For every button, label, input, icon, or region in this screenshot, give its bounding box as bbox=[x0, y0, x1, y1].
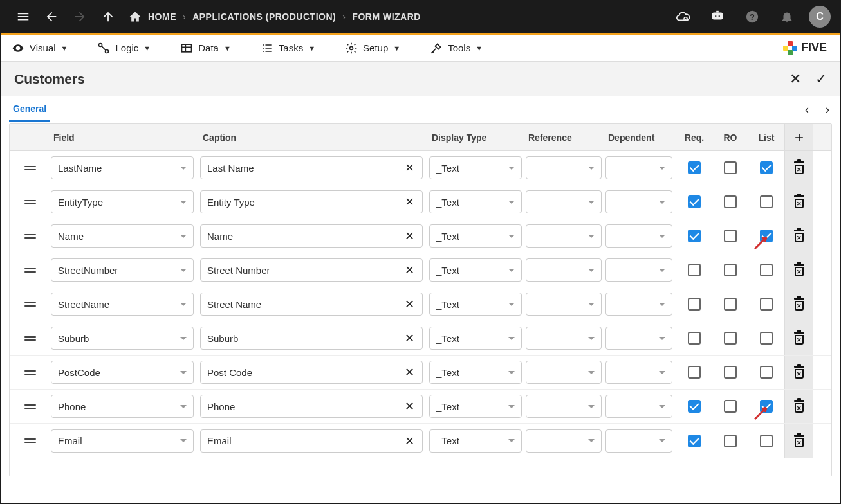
drag-handle-icon[interactable] bbox=[10, 336, 51, 341]
back-icon[interactable] bbox=[39, 4, 64, 30]
delete-row-button[interactable]: ✕ bbox=[784, 151, 813, 184]
field-select[interactable]: PostCode bbox=[51, 361, 194, 384]
caption-input[interactable] bbox=[207, 163, 403, 174]
delete-row-button[interactable]: ✕ bbox=[784, 356, 813, 389]
req-checkbox[interactable] bbox=[688, 161, 701, 174]
reference-select[interactable] bbox=[526, 224, 602, 248]
field-select[interactable]: Name bbox=[51, 224, 194, 248]
dependent-select[interactable] bbox=[605, 395, 672, 418]
req-checkbox[interactable] bbox=[688, 195, 701, 208]
up-icon[interactable] bbox=[95, 4, 121, 30]
caption-input[interactable] bbox=[207, 197, 403, 208]
dependent-select[interactable] bbox=[605, 292, 672, 316]
display-type-select[interactable]: _Text bbox=[429, 156, 522, 179]
delete-row-button[interactable]: ✕ bbox=[784, 219, 813, 253]
field-select[interactable]: StreetNumber bbox=[51, 258, 194, 282]
delete-row-button[interactable]: ✕ bbox=[784, 321, 813, 355]
list-checkbox[interactable] bbox=[760, 400, 773, 413]
display-type-select[interactable]: _Text bbox=[429, 190, 522, 213]
clear-icon[interactable]: ✕ bbox=[403, 331, 416, 345]
display-type-select[interactable]: _Text bbox=[429, 429, 522, 453]
menu-visual[interactable]: Visual▼ bbox=[6, 39, 73, 58]
breadcrumb-home[interactable]: HOME bbox=[148, 12, 176, 22]
field-select[interactable]: Email bbox=[51, 429, 194, 453]
req-checkbox[interactable] bbox=[688, 264, 701, 276]
clear-icon[interactable]: ✕ bbox=[403, 434, 416, 448]
clear-icon[interactable]: ✕ bbox=[403, 297, 416, 311]
drag-handle-icon[interactable] bbox=[10, 370, 51, 375]
list-checkbox[interactable] bbox=[760, 435, 773, 447]
menu-logic[interactable]: Logic▼ bbox=[92, 39, 156, 58]
caption-input[interactable] bbox=[207, 367, 403, 378]
dependent-select[interactable] bbox=[605, 258, 672, 282]
next-tab-icon[interactable]: › bbox=[823, 100, 832, 119]
breadcrumb-form-wizard[interactable]: FORM WIZARD bbox=[352, 12, 421, 22]
req-checkbox[interactable] bbox=[688, 332, 701, 345]
display-type-select[interactable]: _Text bbox=[429, 361, 522, 384]
breadcrumb-applications[interactable]: APPLICATIONS (PRODUCTION) bbox=[192, 12, 336, 22]
chat-icon[interactable] bbox=[705, 4, 730, 30]
reference-select[interactable] bbox=[526, 156, 602, 179]
reference-select[interactable] bbox=[526, 258, 602, 282]
list-checkbox[interactable] bbox=[760, 161, 773, 174]
close-icon[interactable]: ✕ bbox=[790, 71, 801, 87]
cloud-icon[interactable] bbox=[670, 4, 696, 30]
req-checkbox[interactable] bbox=[688, 435, 701, 447]
save-icon[interactable]: ✓ bbox=[815, 71, 827, 87]
ro-checkbox[interactable] bbox=[724, 366, 737, 379]
req-checkbox[interactable] bbox=[688, 400, 701, 413]
menu-tasks[interactable]: Tasks▼ bbox=[255, 39, 320, 58]
tab-general[interactable]: General bbox=[9, 97, 50, 122]
ro-checkbox[interactable] bbox=[724, 195, 737, 208]
menu-tools[interactable]: Tools▼ bbox=[425, 39, 488, 58]
delete-row-button[interactable]: ✕ bbox=[784, 390, 813, 423]
reference-select[interactable] bbox=[526, 190, 602, 213]
display-type-select[interactable]: _Text bbox=[429, 327, 522, 350]
caption-input[interactable] bbox=[207, 231, 403, 242]
drag-handle-icon[interactable] bbox=[10, 404, 51, 409]
add-row-button[interactable] bbox=[784, 124, 813, 150]
clear-icon[interactable]: ✕ bbox=[403, 195, 416, 209]
display-type-select[interactable]: _Text bbox=[429, 224, 522, 248]
dependent-select[interactable] bbox=[605, 327, 672, 350]
field-select[interactable]: Suburb bbox=[51, 327, 194, 350]
drag-handle-icon[interactable] bbox=[10, 234, 51, 239]
dependent-select[interactable] bbox=[605, 156, 672, 179]
ro-checkbox[interactable] bbox=[724, 298, 737, 310]
list-checkbox[interactable] bbox=[760, 230, 773, 242]
caption-input[interactable] bbox=[207, 435, 403, 446]
list-checkbox[interactable] bbox=[760, 264, 773, 276]
dependent-select[interactable] bbox=[605, 190, 672, 213]
delete-row-button[interactable]: ✕ bbox=[784, 253, 813, 287]
dependent-select[interactable] bbox=[605, 429, 672, 453]
reference-select[interactable] bbox=[526, 292, 602, 316]
list-checkbox[interactable] bbox=[760, 366, 773, 379]
menu-data[interactable]: Data▼ bbox=[175, 39, 236, 58]
clear-icon[interactable]: ✕ bbox=[403, 161, 416, 175]
req-checkbox[interactable] bbox=[688, 230, 701, 242]
ro-checkbox[interactable] bbox=[724, 332, 737, 345]
caption-input[interactable] bbox=[207, 265, 403, 276]
list-checkbox[interactable] bbox=[760, 298, 773, 310]
home-icon[interactable] bbox=[129, 10, 142, 23]
reference-select[interactable] bbox=[526, 395, 602, 418]
caption-input[interactable] bbox=[207, 299, 403, 310]
drag-handle-icon[interactable] bbox=[10, 166, 51, 170]
drag-handle-icon[interactable] bbox=[10, 200, 51, 204]
prev-tab-icon[interactable]: ‹ bbox=[802, 100, 811, 119]
clear-icon[interactable]: ✕ bbox=[403, 263, 416, 277]
ro-checkbox[interactable] bbox=[724, 400, 737, 413]
list-checkbox[interactable] bbox=[760, 195, 773, 208]
field-select[interactable]: StreetName bbox=[51, 292, 194, 316]
delete-row-button[interactable]: ✕ bbox=[784, 185, 813, 219]
field-select[interactable]: Phone bbox=[51, 395, 194, 418]
bell-icon[interactable] bbox=[774, 4, 800, 30]
ro-checkbox[interactable] bbox=[724, 435, 737, 447]
ro-checkbox[interactable] bbox=[724, 161, 737, 174]
drag-handle-icon[interactable] bbox=[10, 302, 51, 307]
drag-handle-icon[interactable] bbox=[10, 268, 51, 273]
menu-icon[interactable] bbox=[10, 4, 36, 30]
dependent-select[interactable] bbox=[605, 361, 672, 384]
display-type-select[interactable]: _Text bbox=[429, 292, 522, 316]
display-type-select[interactable]: _Text bbox=[429, 395, 522, 418]
